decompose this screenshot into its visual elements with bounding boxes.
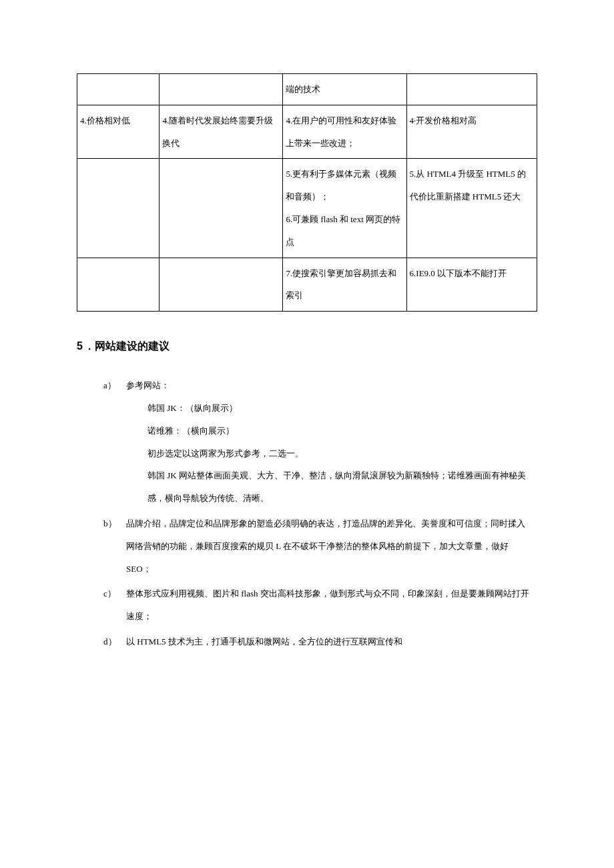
sub-line: 诺维雅：（横向展示）: [147, 420, 533, 442]
item-body: 参考网站： 韩国 JK：（纵向展示） 诺维雅：（横向展示） 初步选定以这两家为形…: [126, 374, 533, 510]
cell: 4·开发价格相对高: [406, 105, 537, 159]
item-intro: 参考网站：: [126, 380, 170, 390]
table-row: 7.使搜索引擎更加容易抓去和索引 6.IE9.0 以下版本不能打开: [77, 258, 537, 312]
cell: 6.IE9.0 以下版本不能打开: [406, 258, 537, 312]
list-item: a） 参考网站： 韩国 JK：（纵向展示） 诺维雅：（横向展示） 初步选定以这两…: [103, 374, 537, 510]
item-label: d）: [103, 630, 126, 653]
item-label: a）: [103, 374, 126, 397]
heading-title: ．网站建设的建议: [84, 340, 170, 352]
comparison-table: 端的技术 4.价格相对低 4.随着时代发展始终需要升级换代 4.在用户的可用性和…: [77, 73, 537, 312]
section-heading: 5．网站建设的建议: [77, 338, 537, 354]
cell: [77, 74, 160, 105]
suggestion-list: a） 参考网站： 韩国 JK：（纵向展示） 诺维雅：（横向展示） 初步选定以这两…: [103, 374, 537, 653]
item-body: 品牌介绍，品牌定位和品牌形象的塑造必须明确的表达，打造品牌的差异化、美誉度和可信…: [126, 512, 533, 580]
item-body: 整体形式应利用视频、图片和 flash 突出高科技形象，做到形式与众不同，印象深…: [126, 582, 533, 628]
cell: 5.更有利于多媒体元素（视频和音频）； 6.可兼顾 flash 和 text 网…: [283, 159, 406, 258]
cell: [160, 159, 283, 258]
item-label: c）: [103, 582, 126, 605]
cell: 4.价格相对低: [77, 105, 160, 159]
cell: [406, 74, 537, 105]
sub-line: 韩国 JK 网站整体画面美观、大方、干净、整洁，纵向滑鼠滚屏较为新颖独特；诺维雅…: [147, 464, 533, 510]
cell: 4.在用户的可用性和友好体验上带来一些改进；: [283, 105, 406, 159]
cell: 端的技术: [283, 74, 406, 105]
sub-line: 韩国 JK：（纵向展示）: [147, 397, 533, 420]
cell: 7.使搜索引擎更加容易抓去和索引: [283, 258, 406, 312]
list-item: b）品牌介绍，品牌定位和品牌形象的塑造必须明确的表达，打造品牌的差异化、美誉度和…: [103, 512, 537, 580]
cell: [77, 159, 160, 258]
table-row: 端的技术: [77, 74, 537, 105]
heading-number: 5: [77, 340, 84, 352]
cell: 5.从 HTML4 升级至 HTML5 的代价比重新搭建 HTML5 还大: [406, 159, 537, 258]
sub-line: 初步选定以这两家为形式参考，二选一。: [147, 442, 533, 465]
cell: [160, 74, 283, 105]
cell: [77, 258, 160, 312]
item-body: 以 HTML5 技术为主，打通手机版和微网站，全方位的进行互联网宣传和: [126, 630, 533, 653]
table-row: 4.价格相对低 4.随着时代发展始终需要升级换代 4.在用户的可用性和友好体验上…: [77, 105, 537, 159]
document-page: 端的技术 4.价格相对低 4.随着时代发展始终需要升级换代 4.在用户的可用性和…: [0, 0, 614, 868]
list-item: c）整体形式应利用视频、图片和 flash 突出高科技形象，做到形式与众不同，印…: [103, 582, 537, 628]
list-item: d）以 HTML5 技术为主，打通手机版和微网站，全方位的进行互联网宣传和: [103, 630, 537, 653]
item-label: b）: [103, 512, 126, 535]
cell: [160, 258, 283, 312]
table-row: 5.更有利于多媒体元素（视频和音频）； 6.可兼顾 flash 和 text 网…: [77, 159, 537, 258]
cell: 4.随着时代发展始终需要升级换代: [160, 105, 283, 159]
